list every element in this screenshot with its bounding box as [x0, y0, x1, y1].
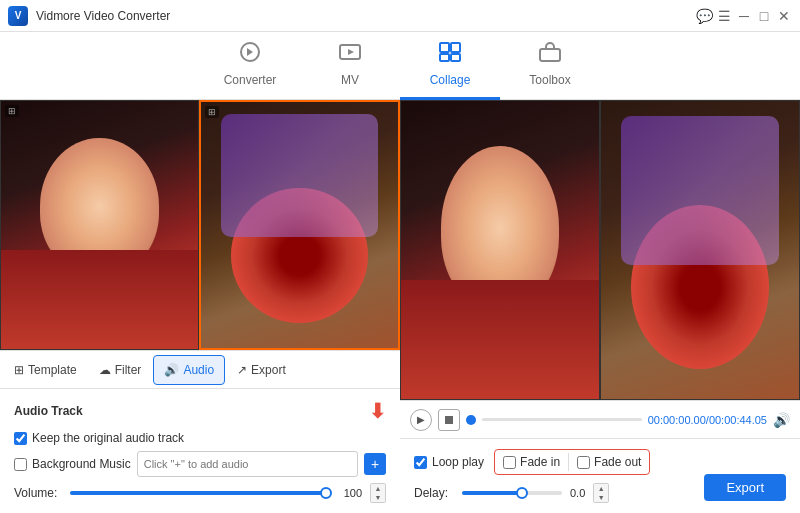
fade-out-label[interactable]: Fade out	[577, 455, 641, 469]
bg-music-checkbox[interactable]	[14, 458, 27, 471]
close-btn[interactable]: ✕	[776, 8, 792, 24]
delay-value: 0.0	[570, 487, 585, 499]
right-video-slot-2[interactable]	[600, 100, 800, 400]
right-bottom-wrapper: Loop play Fade in Fade out	[400, 438, 800, 513]
collage-icon	[438, 41, 462, 69]
converter-icon	[238, 41, 262, 69]
mv-icon	[338, 41, 362, 69]
svg-rect-4	[440, 54, 449, 61]
right-video-slot-1[interactable]	[400, 100, 600, 400]
title-bar-left: V Vidmore Video Converter	[8, 6, 170, 26]
audio-controls: Audio Track ⬇ Keep the original audio tr…	[0, 388, 400, 513]
window-controls: 💬 ☰ ─ □ ✕	[696, 8, 792, 24]
tab-collage[interactable]: Collage	[400, 32, 500, 100]
svg-rect-2	[440, 43, 449, 52]
tab-converter[interactable]: Converter	[200, 32, 300, 100]
volume-up-btn[interactable]: ▲	[371, 484, 385, 493]
keep-original-label[interactable]: Keep the original audio track	[14, 431, 184, 445]
tab-toolbox-label: Toolbox	[529, 73, 570, 87]
loop-play-label[interactable]: Loop play	[414, 455, 484, 469]
volume-label: Volume:	[14, 486, 62, 500]
template-icon: ⊞	[14, 363, 24, 377]
video-slot-1[interactable]: ⊞	[0, 100, 199, 350]
volume-row: Volume: 100 ▲ ▼	[14, 483, 386, 503]
filter-btn[interactable]: ☁ Filter	[89, 355, 152, 385]
bg-music-row: Background Music +	[14, 451, 386, 477]
keep-original-checkbox[interactable]	[14, 432, 27, 445]
fade-group: Fade in Fade out	[494, 449, 650, 475]
svg-rect-6	[540, 49, 560, 61]
play-button[interactable]: ▶	[410, 409, 432, 431]
volume-spinner[interactable]: ▲ ▼	[370, 483, 386, 503]
tab-converter-label: Converter	[224, 73, 277, 87]
keep-original-row: Keep the original audio track	[14, 431, 386, 445]
template-label: Template	[28, 363, 77, 377]
delay-spinner[interactable]: ▲ ▼	[593, 483, 609, 503]
bg-music-input[interactable]	[137, 451, 358, 477]
loop-fade-row: Loop play Fade in Fade out	[414, 449, 786, 475]
fade-in-checkbox[interactable]	[503, 456, 516, 469]
filter-icon: ☁	[99, 363, 111, 377]
left-video-area: ⊞ ⊞	[0, 100, 400, 350]
editor-toolbar: ⊞ Template ☁ Filter 🔊 Audio ↗ Export	[0, 350, 400, 388]
tab-mv[interactable]: MV	[300, 32, 400, 100]
audio-section-title: Audio Track	[14, 404, 83, 418]
time-display: 00:00:00.00/00:00:44.05	[648, 414, 767, 426]
delay-up-btn[interactable]: ▲	[594, 484, 608, 493]
audio-label: Audio	[183, 363, 214, 377]
menu-btn[interactable]: ☰	[716, 8, 732, 24]
filter-label: Filter	[115, 363, 142, 377]
minimize-btn[interactable]: ─	[736, 8, 752, 24]
add-audio-btn[interactable]: +	[364, 453, 386, 475]
right-preview	[400, 100, 800, 400]
delay-label: Delay:	[414, 486, 454, 500]
delay-slider[interactable]	[462, 491, 562, 495]
down-arrow-icon: ⬇	[369, 399, 386, 423]
volume-slider[interactable]	[70, 491, 326, 495]
progress-indicator	[466, 415, 476, 425]
stop-button[interactable]	[438, 409, 460, 431]
volume-value: 100	[334, 487, 362, 499]
fade-out-checkbox[interactable]	[577, 456, 590, 469]
fade-in-label[interactable]: Fade in	[503, 455, 560, 469]
app-icon: V	[8, 6, 28, 26]
tab-collage-label: Collage	[430, 73, 471, 87]
export-tool-icon: ↗	[237, 363, 247, 377]
app-title: Vidmore Video Converter	[36, 9, 170, 23]
volume-down-btn[interactable]: ▼	[371, 493, 385, 502]
left-panel: ⊞ ⊞ ⊞ Template ☁ Filter 🔊 Audio	[0, 100, 400, 513]
audio-btn[interactable]: 🔊 Audio	[153, 355, 225, 385]
export-button[interactable]: Export	[704, 474, 786, 501]
delay-down-btn[interactable]: ▼	[594, 493, 608, 502]
loop-play-checkbox[interactable]	[414, 456, 427, 469]
stop-icon	[445, 416, 453, 424]
export-tool-btn[interactable]: ↗ Export	[227, 355, 296, 385]
template-btn[interactable]: ⊞ Template	[4, 355, 87, 385]
export-tool-label: Export	[251, 363, 286, 377]
tab-toolbox[interactable]: Toolbox	[500, 32, 600, 100]
main-content: ⊞ ⊞ ⊞ Template ☁ Filter 🔊 Audio	[0, 100, 800, 513]
svg-rect-5	[451, 54, 460, 61]
toolbox-icon	[538, 41, 562, 69]
playback-controls: ▶ 00:00:00.00/00:00:44.05 🔊	[400, 400, 800, 438]
bg-music-checkbox-label[interactable]: Background Music	[14, 457, 131, 471]
progress-track[interactable]	[482, 418, 642, 421]
fade-divider	[568, 453, 569, 471]
nav-tabs: Converter MV Collage Toolb	[0, 32, 800, 100]
right-panel: ▶ 00:00:00.00/00:00:44.05 🔊 Loop play	[400, 100, 800, 513]
tab-mv-label: MV	[341, 73, 359, 87]
title-bar: V Vidmore Video Converter 💬 ☰ ─ □ ✕	[0, 0, 800, 32]
playback-volume-icon[interactable]: 🔊	[773, 412, 790, 428]
audio-track-header: Audio Track ⬇	[14, 399, 386, 423]
video-slot-2[interactable]: ⊞	[199, 100, 400, 350]
maximize-btn[interactable]: □	[756, 8, 772, 24]
audio-icon: 🔊	[164, 363, 179, 377]
message-btn[interactable]: 💬	[696, 8, 712, 24]
svg-rect-3	[451, 43, 460, 52]
